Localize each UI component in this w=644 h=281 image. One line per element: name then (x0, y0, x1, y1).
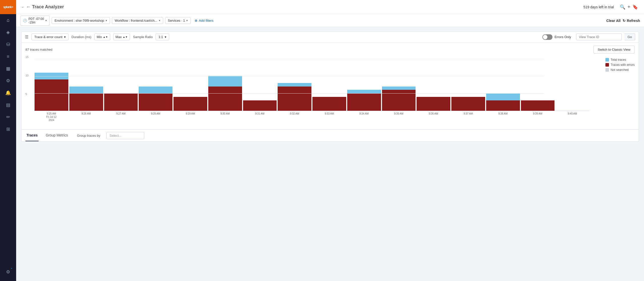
x-label: 9:31 AM (243, 112, 277, 126)
bar-group (104, 55, 138, 111)
bar-blue[interactable] (486, 93, 520, 100)
search-button[interactable]: 🔍 (619, 3, 626, 11)
refresh-button[interactable]: ↻ Refresh (623, 19, 640, 23)
bar-red[interactable] (382, 90, 416, 111)
sort-icon[interactable]: ☰ (25, 35, 28, 39)
legend-blue-swatch (605, 58, 609, 62)
y-label-10: 10 (25, 74, 28, 77)
sidebar-item-logs[interactable]: ≡ (3, 51, 13, 62)
group-by-select[interactable]: Select... (106, 132, 144, 139)
bookmark-button[interactable]: 🔖 (631, 3, 639, 11)
x-label: 9:40 AM (555, 112, 589, 126)
chart-type-chevron: ▾ (64, 35, 66, 39)
bar-red[interactable] (69, 93, 103, 111)
x-label: 9:26 AM (69, 112, 103, 126)
bar-blue[interactable] (278, 83, 311, 87)
bar-red[interactable] (104, 93, 138, 111)
trace-id-input[interactable] (576, 34, 622, 40)
bar-red[interactable] (278, 87, 311, 111)
bar-red[interactable] (451, 97, 485, 111)
bar-chart: 9:25 AM Fri Jul 12 20249:26 AM9:27 AM9:2… (35, 55, 589, 126)
bar-blue[interactable] (208, 76, 242, 87)
sidebar-item-bell[interactable]: 🔔 (3, 88, 13, 98)
sidebar-item-server[interactable]: ▦ (3, 64, 13, 74)
bar-red[interactable] (347, 93, 381, 111)
workflow-filter[interactable]: Workflow : frontend:/cart/ch... ▾ (112, 17, 163, 24)
tab-group-metrics[interactable]: Group Metrics (45, 130, 69, 141)
legend-grey-swatch (605, 68, 609, 72)
chart-controls-bar: ☰ Trace & error count ▾ Duration (ms) Mi… (21, 31, 639, 43)
sample-chevron: ▾ (165, 35, 166, 39)
errors-only-toggle[interactable] (542, 34, 552, 40)
sidebar-item-home[interactable]: ⌂ (3, 15, 13, 25)
time-filter[interactable]: 🕐 PDT -07:00 -15m ▾ (20, 16, 50, 26)
bar-red[interactable] (312, 97, 346, 111)
clear-all-button[interactable]: Clear All (606, 19, 621, 23)
trial-badge: 519 days left in trial (583, 5, 614, 9)
bar-blue[interactable] (347, 90, 381, 93)
bar-group (312, 55, 346, 111)
bar-red[interactable] (173, 97, 207, 111)
sidebar-item-dashboard[interactable]: ▤ (3, 100, 13, 110)
bar-group (208, 55, 242, 111)
errors-only-toggle-wrap: Errors Only (542, 34, 571, 40)
tabs-bar: Traces Group Metrics Group traces by Sel… (21, 129, 639, 142)
x-label: 9:39 AM (521, 112, 555, 126)
switch-view-button[interactable]: Switch to Classic View (593, 46, 635, 53)
go-button[interactable]: Go (625, 34, 635, 40)
time-filter-chevron: ▾ (45, 19, 47, 22)
bar-blue[interactable] (139, 87, 172, 93)
bar-group (278, 55, 311, 111)
bar-group (173, 55, 207, 111)
sample-ratio-select[interactable]: 1:1 ▾ (156, 34, 169, 40)
sidebar-item-database[interactable]: ⊞ (3, 124, 13, 134)
max-duration-select[interactable]: Max ▲▼ (113, 34, 130, 40)
topbar: ← ← Trace Analyzer 519 days left in tria… (16, 0, 644, 14)
bar-red[interactable] (35, 79, 68, 111)
sidebar-item-robot[interactable]: ⚙ (3, 76, 13, 86)
sidebar-item-apm[interactable]: ◈ (3, 27, 13, 37)
legend-errors: Traces with errors (605, 63, 635, 67)
bar-blue[interactable] (69, 87, 103, 93)
bar-group (69, 55, 103, 111)
duration-label: Duration (ms) (72, 35, 92, 39)
chart-type-dropdown[interactable]: Trace & error count ▾ (32, 34, 69, 40)
bar-red[interactable] (208, 87, 242, 111)
bar-red[interactable] (243, 100, 277, 111)
traces-matched-count: 87 traces matched (25, 48, 52, 51)
sidebar-item-settings[interactable]: ⚙ (3, 267, 13, 277)
sidebar-item-infra[interactable]: ⛁ (3, 39, 13, 49)
environment-filter[interactable]: Environment : shw-76f9-workshop ▾ (52, 17, 110, 24)
bar-group (451, 55, 485, 111)
splunk-logo[interactable]: splunk> (0, 0, 16, 14)
bar-group (382, 55, 416, 111)
env-filter-chevron: ▾ (106, 19, 107, 22)
back-button[interactable]: ← ← Trace Analyzer (21, 4, 64, 10)
bar-red[interactable] (486, 100, 520, 111)
bar-red[interactable] (139, 93, 172, 111)
y-label-15: 15 (25, 55, 28, 59)
x-label: 9:38 AM (486, 112, 520, 126)
bar-red[interactable] (521, 100, 555, 111)
add-button[interactable]: + (626, 3, 631, 11)
tab-traces[interactable]: Traces (25, 130, 39, 141)
legend-total-traces: Total traces (605, 58, 635, 62)
services-filter[interactable]: Services · 1 ▾ (165, 17, 191, 24)
min-duration-select[interactable]: Min ▲▼ (94, 34, 110, 40)
sidebar-item-ruler[interactable]: ✏ (3, 112, 13, 122)
legend-not-searched: Not searched (605, 68, 635, 72)
x-label: 9:29 AM (173, 112, 207, 126)
sidebar: splunk> ⌂ ◈ ⛁ ≡ ▦ ⚙ 🔔 ▤ ✏ ⊞ ⚙ (0, 0, 16, 281)
bar-blue[interactable] (382, 87, 416, 90)
workflow-filter-chevron: ▾ (159, 19, 160, 22)
bar-blue[interactable] (35, 73, 68, 79)
bar-red[interactable] (417, 97, 450, 111)
add-filters-button[interactable]: ⊕ Add filters (193, 17, 215, 24)
traces-matched-row: 87 traces matched Switch to Classic View (25, 46, 635, 53)
page-title: ← Trace Analyzer (26, 4, 64, 10)
x-label: 9:35 AM (382, 112, 416, 126)
clock-icon: 🕐 (23, 19, 27, 22)
back-arrow-icon: ← (21, 5, 25, 9)
group-by-label: Group traces by (77, 134, 100, 137)
x-label: 9:25 AM Fri Jul 12 2024 (35, 112, 68, 126)
